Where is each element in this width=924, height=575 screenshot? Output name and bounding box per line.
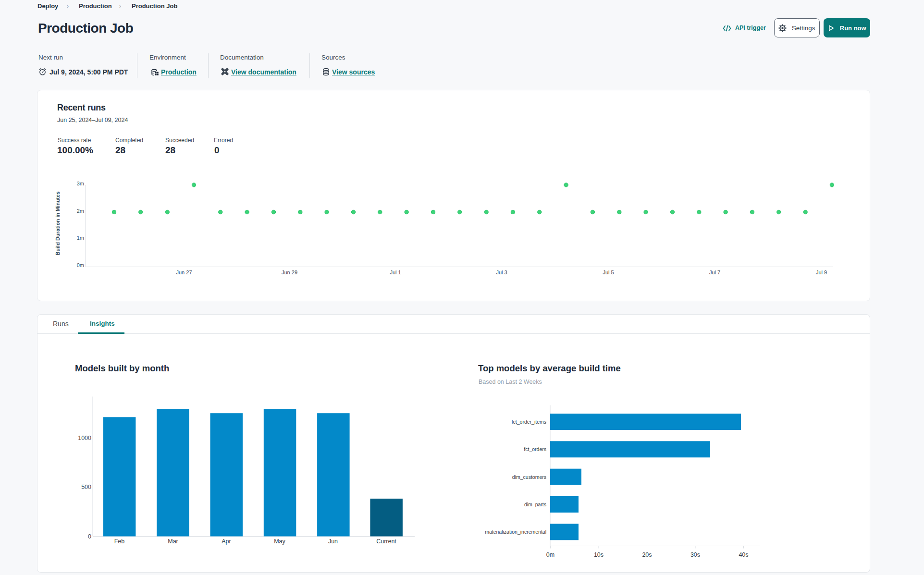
svg-text:1m: 1m — [77, 235, 84, 241]
svg-text:Jul 9: Jul 9 — [816, 269, 827, 275]
svg-text:fct_orders: fct_orders — [524, 446, 546, 452]
svg-text:Jul 7: Jul 7 — [709, 269, 720, 275]
svg-text:20s: 20s — [642, 551, 652, 558]
svg-text:Jun 27: Jun 27 — [176, 269, 192, 275]
svg-text:3m: 3m — [77, 181, 84, 186]
svg-text:2m: 2m — [77, 208, 84, 214]
svg-text:0m: 0m — [546, 551, 554, 558]
svg-text:Jul 3: Jul 3 — [496, 269, 507, 275]
svg-text:Jul 1: Jul 1 — [390, 269, 401, 275]
svg-text:dim_customers: dim_customers — [512, 474, 546, 480]
svg-text:500: 500 — [81, 484, 91, 490]
svg-text:materialization_incremental: materialization_incremental — [485, 529, 546, 535]
svg-text:Jul 5: Jul 5 — [603, 269, 614, 275]
svg-text:Mar: Mar — [168, 538, 178, 545]
svg-text:30s: 30s — [690, 551, 700, 558]
svg-text:Apr: Apr — [222, 538, 231, 545]
svg-text:Jun: Jun — [328, 538, 338, 545]
svg-text:May: May — [274, 538, 285, 545]
svg-text:40s: 40s — [739, 551, 748, 558]
svg-text:fct_order_items: fct_order_items — [512, 419, 546, 425]
svg-text:Jun 29: Jun 29 — [282, 269, 297, 275]
svg-text:0: 0 — [88, 533, 91, 540]
svg-text:0m: 0m — [77, 262, 84, 268]
svg-text:dim_parts: dim_parts — [524, 502, 546, 507]
svg-text:1000: 1000 — [78, 435, 91, 441]
svg-text:Build Duration in Minutes: Build Duration in Minutes — [55, 191, 61, 255]
svg-text:10s: 10s — [594, 551, 604, 558]
svg-text:Feb: Feb — [114, 538, 125, 545]
svg-text:Current: Current — [376, 538, 396, 545]
